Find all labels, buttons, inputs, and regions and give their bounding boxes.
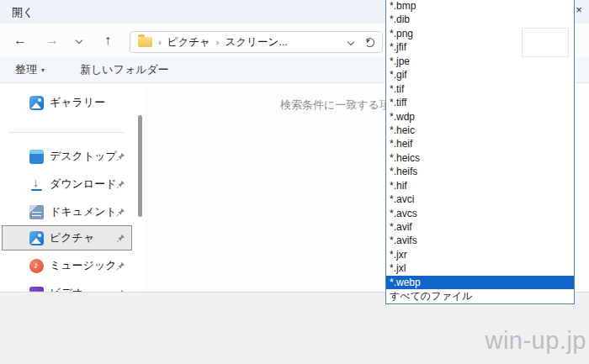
sidebar-divider [8,132,125,133]
filter-option[interactable]: *.avcs [386,207,574,220]
address-dropdown-icon[interactable] [348,39,354,45]
pin-icon [116,208,125,217]
refresh-icon[interactable] [365,38,374,47]
search-input[interactable] [522,28,569,57]
filter-option-label: *.tif [390,83,404,95]
filter-option-label: *.gif [390,69,407,81]
sidebar-item[interactable]: ダウンロード [2,171,132,197]
up-button[interactable]: ↑ [104,34,111,47]
filter-option[interactable]: すべてのファイル [386,289,574,303]
filter-option-label: *.webp [390,277,421,288]
window-title: 開く [12,5,34,20]
breadcrumb-segment-pictures[interactable]: ピクチャ [167,35,210,50]
sidebar: ギャラリー デスクトップ ダウンロード [0,83,145,292]
folder-icon [138,37,152,47]
sidebar-item-label: ギャラリー [50,95,105,110]
breadcrumb-separator: › [158,37,162,47]
open-file-dialog: 開く × ← → ↑ › ピクチャ › スクリーン... 整理 ▾ 新しいフォル… [0,0,589,364]
sidebar-item[interactable]: ミュージック [2,253,132,278]
filter-option-label: *.png [390,28,413,40]
filter-option[interactable]: *.avif [386,220,574,234]
sidebar-item[interactable]: ビデオ [2,281,132,292]
filter-option[interactable]: *.dib [386,13,574,26]
filter-option[interactable]: *.heif [386,137,574,150]
filter-option[interactable]: *.tiff [386,96,574,109]
sidebar-item-label: デスクトップ [50,149,117,164]
filter-option-label: *.jfif [390,41,406,53]
filter-option-label: *.heic [390,124,415,136]
breadcrumb: › ピクチャ › スクリーン... [130,31,383,53]
breadcrumb-segment-screenshots[interactable]: スクリーン... [226,35,288,50]
sidebar-item-label: ミュージック [50,258,117,273]
filter-option-label: *.dib [390,13,410,25]
filter-option-label: すべてのファイル [390,290,472,302]
filter-option[interactable]: *.avci [386,193,574,206]
pin-icon [116,152,125,161]
filter-option[interactable]: *.wdp [386,110,574,124]
organize-label: 整理 [15,62,37,77]
organize-button[interactable]: 整理 ▾ [15,62,45,77]
filter-option[interactable]: *.heic [386,124,574,137]
pin-icon [116,234,125,243]
filter-option[interactable]: *.avifs [386,234,574,247]
filter-option[interactable]: *.heifs [386,165,574,178]
filter-option-label: *.jpe [390,55,410,67]
new-folder-label: 新しいフォルダー [80,62,169,77]
sidebar-item-label: ダウンロード [50,177,117,192]
sidebar-scrollbar[interactable] [138,115,142,217]
sidebar-item-label: ビデオ [50,286,83,292]
back-button[interactable]: ← [13,34,27,47]
forward-button[interactable]: → [45,34,59,47]
filter-option-label: *.hif [390,180,407,192]
filter-option[interactable]: *.jxl [386,261,574,275]
sidebar-item-label: ドキュメント [50,204,117,219]
documents-icon [29,205,44,219]
pin-icon [116,180,125,189]
filter-option[interactable]: *.hif [386,179,574,193]
filter-option-label: *.heics [390,152,420,164]
desktop-icon [29,150,44,164]
filter-option-label: *.avif [390,221,412,233]
filter-option-label: *.avcs [390,208,417,219]
filter-option[interactable]: *.tif [386,82,574,96]
filter-option-label: *.heif [390,138,412,150]
pictures-icon [29,231,44,245]
filter-option-label: *.avci [390,193,414,205]
filter-option[interactable]: *.webp [386,276,574,289]
sidebar-item[interactable]: ギャラリー [2,90,132,115]
filter-option[interactable]: *.jxr [386,248,574,261]
filter-option-label: *.jxr [390,249,407,261]
filter-option-label: *.tiff [390,97,406,108]
chevron-down-icon: ▾ [41,66,45,74]
sidebar-item[interactable]: ドキュメント [2,199,132,224]
filter-option-label: *.wdp [390,111,415,123]
filter-option-label: *.jxl [390,262,406,274]
history-chevron-icon[interactable] [76,37,82,44]
gallery-icon [29,96,44,110]
music-icon [29,259,44,273]
filter-option-label: *.heifs [390,166,417,177]
filter-option-label: *.bmp [390,0,416,12]
filter-option-label: *.avifs [390,235,417,246]
sidebar-item[interactable]: ピクチャ [2,225,132,251]
new-folder-button[interactable]: 新しいフォルダー [80,62,169,77]
filter-option[interactable]: *.heics [386,151,574,165]
pin-icon [116,261,125,271]
filter-option[interactable]: *.bmp [386,0,574,13]
watermark: win-up.jp [485,327,586,355]
sidebar-item[interactable]: デスクトップ [2,144,132,169]
filter-option[interactable]: *.gif [386,68,574,82]
breadcrumb-separator: › [216,37,220,47]
downloads-icon [29,177,44,192]
sidebar-item-label: ピクチャ [50,230,94,245]
